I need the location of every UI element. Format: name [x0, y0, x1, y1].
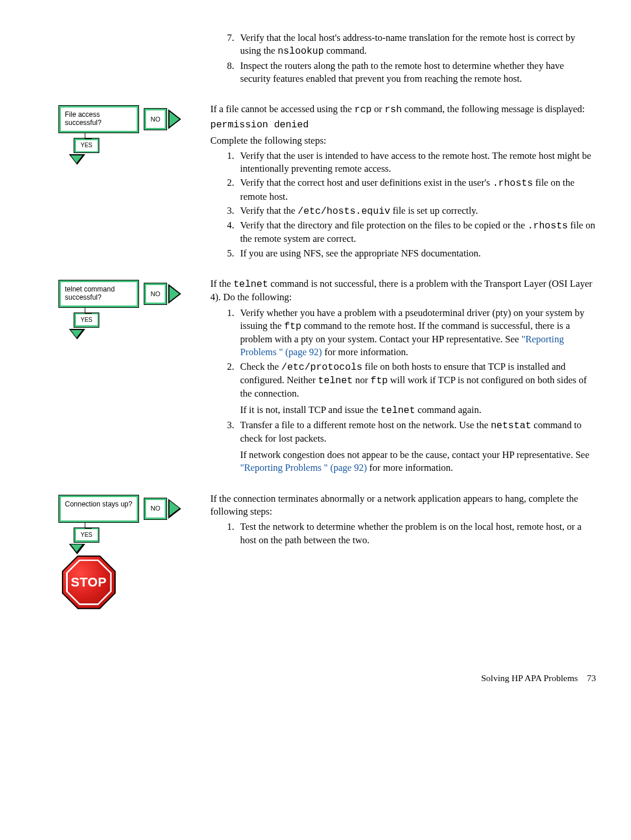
yes-label: YES — [76, 314, 98, 325]
no-label: NO — [146, 285, 165, 303]
connector-line — [85, 133, 92, 139]
step-7: Verify that the local host's address-to-… — [237, 32, 596, 58]
connection-text: If the connection terminates abnormally … — [210, 492, 596, 548]
page-footer: Solving HP APA Problems 73 — [35, 672, 596, 685]
no-box: NO — [144, 108, 167, 130]
connection-row: Connection stays up? NO YES STOP — [35, 492, 596, 608]
fa-step-1: Verify that the user is intended to have… — [237, 150, 596, 176]
decision-box: Connection stays up? — [58, 495, 139, 523]
conn-list: Test the network to determine whether th… — [210, 520, 596, 547]
telnet-step-3: Transfer a file to a different remote ho… — [237, 419, 596, 475]
no-box: NO — [144, 283, 167, 305]
code-telnet: telnet — [233, 279, 268, 290]
no-box: NO — [144, 498, 167, 520]
page-number: 73 — [587, 673, 597, 683]
decision-box: telnet command successful? — [58, 280, 139, 308]
code-rhosts: .rhosts — [493, 178, 533, 189]
fa-intro: If a file cannot be accessed using the r… — [210, 103, 596, 116]
top-row: Verify that the local host's address-to-… — [35, 29, 596, 86]
no-label: NO — [146, 110, 165, 128]
code-netstat: netstat — [491, 420, 531, 431]
fa-step-5: If you are using NFS, see the appropriat… — [237, 247, 596, 260]
file-access-row: File access successful? NO YES If a file… — [35, 103, 596, 261]
decision-label: telnet command successful? — [61, 282, 137, 306]
connector-line — [85, 307, 92, 314]
decision-file-access: File access successful? NO YES — [58, 105, 175, 153]
footer-title: Solving HP APA Problems — [481, 673, 578, 683]
yes-box: YES — [74, 527, 99, 543]
code-telnet2: telnet — [318, 375, 352, 386]
telnet-list: Verify whether you have a problem with a… — [210, 307, 596, 475]
telnet-text: If the telnet command is not successful,… — [210, 277, 596, 476]
code-ftp: ftp — [284, 321, 301, 332]
code-etc-protocols: /etc/protocols — [282, 362, 363, 373]
telnet-step-1: Verify whether you have a problem with a… — [237, 307, 596, 359]
decision-box: File access successful? — [58, 105, 139, 133]
code-telnet3: telnet — [380, 405, 415, 416]
fa-step-4: Verify that the directory and file prote… — [237, 219, 596, 246]
link-reporting-problems-2[interactable]: "Reporting Problems " (page 92) — [240, 462, 367, 473]
conn-intro: If the connection terminates abnormally … — [210, 492, 596, 519]
file-access-text: If a file cannot be accessed using the r… — [210, 103, 596, 261]
telnet-intro: If the telnet command is not successful,… — [210, 277, 596, 304]
fa-step-3: Verify that the /etc/hosts.equiv file is… — [237, 204, 596, 218]
stop-label: STOP — [71, 574, 107, 591]
yes-box: YES — [74, 313, 99, 328]
yes-label: YES — [76, 140, 98, 151]
yes-box: YES — [74, 138, 99, 153]
decision-label: Connection stays up? — [61, 497, 137, 520]
step-8: Inspect the routers along the path to th… — [237, 60, 596, 86]
telnet-step-3-para: If network congestion does not appear to… — [240, 449, 596, 475]
telnet-row: telnet command successful? NO YES If the… — [35, 277, 596, 476]
code-rhosts2: .rhosts — [528, 220, 568, 231]
code-nslookup: nslookup — [278, 46, 324, 57]
decision-label: File access successful? — [61, 107, 137, 131]
conn-step-1: Test the network to determine whether th… — [237, 520, 596, 547]
fa-intro2: Complete the following steps: — [210, 134, 596, 147]
telnet-step-2: Check the /etc/protocols file on both ho… — [237, 360, 596, 418]
top-list: Verify that the local host's address-to-… — [210, 32, 596, 85]
stop-sign: STOP — [63, 557, 210, 608]
code-ftp2: ftp — [370, 375, 388, 386]
code-hosts-equiv: /etc/hosts.equiv — [298, 206, 390, 217]
no-label: NO — [146, 500, 165, 518]
telnet-step-2-para: If it is not, install TCP and issue the … — [240, 404, 596, 417]
permission-denied-msg: permission denied — [210, 119, 596, 131]
yes-label: YES — [76, 529, 98, 540]
code-rsh: rsh — [384, 104, 402, 115]
fa-step-2: Verify that the correct host and user de… — [237, 176, 596, 203]
decision-telnet: telnet command successful? NO YES — [58, 280, 175, 328]
code-rcp: rcp — [354, 104, 372, 115]
top-text: Verify that the local host's address-to-… — [210, 29, 596, 86]
decision-connection: Connection stays up? NO YES — [58, 495, 175, 543]
connector-line — [85, 522, 92, 529]
fa-list: Verify that the user is intended to have… — [210, 150, 596, 260]
